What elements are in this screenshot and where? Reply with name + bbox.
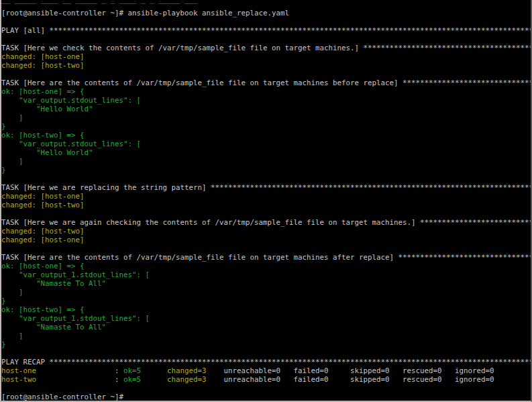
recap-hostname: host-one xyxy=(1,366,115,375)
recap-skipped-count: skipped=0 xyxy=(350,366,403,375)
changed-line-host-one: changed: [host-one] xyxy=(1,192,531,201)
debug-var-line: "var_output.stdout_lines": [ xyxy=(1,140,531,148)
recap-ignored-count: ignored=0 xyxy=(455,375,494,384)
prompt-line-bottom: [root@ansible-controller ~]# xyxy=(1,393,531,401)
play-header-line: PLAY [all] *****************************… xyxy=(1,26,531,35)
recap-separator: : xyxy=(115,366,123,375)
blank-line xyxy=(1,244,531,253)
blank-line xyxy=(1,70,531,79)
prompt-command-line: [root@ansible-controller ~]# ansible-pla… xyxy=(1,9,531,17)
debug-bracket-line: ] xyxy=(1,332,531,340)
debug-value-line: "Namaste To All" xyxy=(1,279,531,288)
debug-value-line: "Namaste To All" xyxy=(1,323,531,332)
changed-line-host-one: changed: [host-one] xyxy=(1,52,531,61)
recap-unreachable-count: unreachable=0 xyxy=(224,366,294,375)
task-header-again-checking: TASK [Here we are again checking the con… xyxy=(1,218,531,227)
recap-failed-count: failed=0 xyxy=(294,366,351,375)
recap-skipped-count: skipped=0 xyxy=(350,375,403,384)
recap-unreachable-count: unreachable=0 xyxy=(224,375,294,384)
blank-line xyxy=(1,349,531,358)
recap-ignored-count: ignored=0 xyxy=(455,366,494,375)
debug-var-line: "var_output.stdout_lines": [ xyxy=(1,96,531,105)
debug-bracket-line: ] xyxy=(1,113,531,122)
ok-line-host-one: ok: [host-one] => { xyxy=(1,262,531,270)
blank-line xyxy=(1,384,531,393)
changed-line-host-one: changed: [host-one] xyxy=(1,236,531,244)
task-header-replacing-pattern: TASK [Here we are replacing the string p… xyxy=(1,183,531,192)
debug-var-line: "var_output_1.stdout_lines": [ xyxy=(1,270,531,279)
debug-brace-line: } xyxy=(1,297,531,305)
blank-line xyxy=(1,209,531,218)
ok-line-host-two: ok: [host-two] => { xyxy=(1,131,531,140)
recap-rescued-count: rescued=0 xyxy=(403,366,455,375)
recap-row-host-one: host-one: ok=5changed=3unreachable=0fail… xyxy=(1,366,531,375)
clipped-line-fragment: __ _____ ____ __ _____ _ _ ____ _ _ ____… xyxy=(1,0,531,9)
ok-line-host-two: ok: [host-two] => { xyxy=(1,305,531,314)
changed-line-host-two: changed: [host-two] xyxy=(1,61,531,70)
recap-row-host-two: host-two: ok=5changed=3unreachable=0fail… xyxy=(1,375,531,384)
debug-value-line: "Hello World" xyxy=(1,148,531,157)
task-header-contents-before-replace: TASK [Here are the contents of /var/tmp/… xyxy=(1,79,531,87)
ok-line-host-one: ok: [host-one] => { xyxy=(1,87,531,96)
task-header-contents-after-replace: TASK [Here are the contents of /var/tmp/… xyxy=(1,253,531,262)
debug-brace-line: } xyxy=(1,166,531,174)
recap-ok-count: ok=5 xyxy=(123,366,167,375)
debug-brace-line: } xyxy=(1,122,531,131)
terminal-window: __ _____ ____ __ _____ _ _ ____ _ _ ____… xyxy=(0,0,532,402)
task-header-check-contents: TASK [Here we check the contents of /var… xyxy=(1,44,531,52)
debug-brace-line: } xyxy=(1,340,531,349)
recap-hostname: host-two xyxy=(1,375,115,384)
blank-line xyxy=(1,35,531,44)
debug-bracket-line: ] xyxy=(1,288,531,297)
play-recap-header: PLAY RECAP *****************************… xyxy=(1,358,531,366)
debug-var-line: "var_output_1.stdout_lines": [ xyxy=(1,314,531,323)
recap-failed-count: failed=0 xyxy=(294,375,351,384)
changed-line-host-two: changed: [host-two] xyxy=(1,201,531,209)
recap-changed-count: changed=3 xyxy=(167,375,224,384)
changed-line-host-two: changed: [host-two] xyxy=(1,227,531,236)
blank-line xyxy=(1,17,531,26)
recap-rescued-count: rescued=0 xyxy=(403,375,455,384)
recap-separator: : xyxy=(115,375,123,384)
recap-changed-count: changed=3 xyxy=(167,366,224,375)
recap-ok-count: ok=5 xyxy=(123,375,167,384)
debug-value-line: "Hello World" xyxy=(1,105,531,113)
debug-bracket-line: ] xyxy=(1,157,531,166)
blank-line xyxy=(1,174,531,183)
